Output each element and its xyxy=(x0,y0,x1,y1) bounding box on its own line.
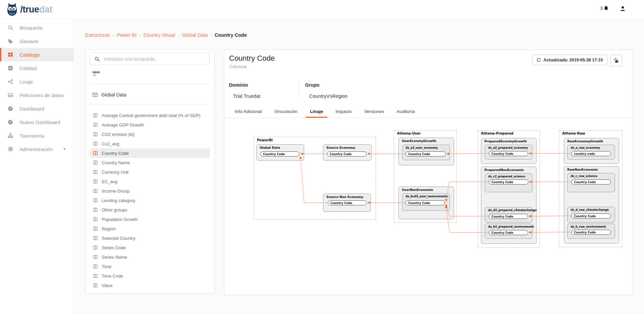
breadcrumb-link[interactable]: Power BI xyxy=(117,32,137,38)
lineage-field-pill[interactable]: Country Code xyxy=(327,151,367,156)
detail-tabs: Info Adicional Vinculación Linaje Impact… xyxy=(224,106,633,118)
explorer-item-selected[interactable]: Country Code xyxy=(90,148,210,158)
structure-explorer-panel: « Inicio Global Data Average Central gov… xyxy=(85,50,215,293)
lineage-field-pill[interactable]: Country Code xyxy=(489,214,528,219)
gear-icon xyxy=(8,146,13,152)
search-input[interactable] xyxy=(103,56,209,62)
lineage-field-pill[interactable]: Country Code xyxy=(406,200,445,205)
column-icon xyxy=(93,226,98,231)
lineage-field-pill[interactable]: Country Code xyxy=(571,230,611,235)
explorer-item[interactable]: Time Code xyxy=(90,271,210,281)
explorer-item[interactable]: CO2 emision (kt) xyxy=(90,130,210,139)
explorer-item[interactable]: Co2_avg xyxy=(90,139,210,148)
breadcrumb-link[interactable]: Global Data xyxy=(182,32,208,38)
explorer-item[interactable]: Currency Unit xyxy=(90,167,210,177)
sidebar-item-taxonomia[interactable]: Taxonomía xyxy=(0,129,73,142)
lineage-field-pill[interactable]: Country Code xyxy=(489,151,528,156)
sidebar-item-administracion[interactable]: Administración▼ xyxy=(0,142,73,156)
back-to-inicio[interactable]: « Inicio xyxy=(86,69,214,80)
owl-logo-icon xyxy=(5,3,19,16)
share-icon xyxy=(8,79,13,84)
lineage-field-pill[interactable]: Country Code xyxy=(571,213,611,219)
gauge-icon xyxy=(8,119,13,125)
search-icon xyxy=(8,25,13,30)
sidebar-item-nuevo-dashboard[interactable]: Nuevo Dashboard xyxy=(0,115,73,129)
lineage-field-pill[interactable]: Country Code xyxy=(571,179,611,184)
refresh-updated-button[interactable]: Actualizada: 2019-05-28 17:10 xyxy=(532,55,607,65)
notifications-button[interactable]: 3 xyxy=(600,5,609,11)
app-page: /truedat 3 Búsqueda Glosario Catálogo Ca… xyxy=(0,0,644,314)
explorer-item[interactable]: Other groups xyxy=(90,205,210,215)
column-icon xyxy=(93,236,98,240)
logo-text: /truedat xyxy=(20,4,52,15)
truedat-logo[interactable]: /truedat xyxy=(5,3,52,16)
lineage-field-pill[interactable]: Country Code xyxy=(489,230,528,235)
tab-vinculacion[interactable]: Vinculación xyxy=(270,106,302,118)
explorer-item[interactable]: Average Central government debt total (%… xyxy=(90,111,210,120)
explorer-search xyxy=(90,53,210,65)
breadcrumb-separator: › xyxy=(211,33,212,38)
column-icon xyxy=(93,245,98,250)
sidebar-item-glosario[interactable]: Glosario xyxy=(0,34,73,48)
column-list: Average Central government debt total (%… xyxy=(86,111,214,290)
explorer-item[interactable]: Region xyxy=(90,224,210,233)
explorer-item[interactable]: Country Name xyxy=(90,158,210,167)
divider xyxy=(298,82,299,99)
lineage-field-pill[interactable]: country code xyxy=(571,151,611,156)
page-title: Country Code xyxy=(229,54,275,63)
column-icon xyxy=(93,264,98,269)
tab-info-adicional[interactable]: Info Adicional xyxy=(230,106,266,118)
user-menu-icon[interactable] xyxy=(620,5,626,11)
column-icon xyxy=(93,170,98,174)
archive-icon xyxy=(8,92,13,98)
chevron-down-icon: ▼ xyxy=(63,147,66,151)
sidebar-item-calidad[interactable]: Calidad xyxy=(0,61,73,75)
explorer-item[interactable]: Series Code xyxy=(90,243,210,252)
sidebar-item-dashboard[interactable]: Dashboard xyxy=(0,102,73,115)
sidebar-item-catalogo[interactable]: Catálogo xyxy=(0,48,73,61)
group-value: CountryVsRegion xyxy=(309,93,348,99)
lock-button[interactable] xyxy=(610,55,622,66)
lineage-field-pill[interactable]: Country Code xyxy=(489,179,528,184)
divider xyxy=(90,84,210,84)
divider xyxy=(90,104,210,105)
column-icon xyxy=(93,274,98,278)
explorer-item[interactable]: Selected Country xyxy=(90,233,210,243)
explorer-item[interactable]: EC_avg xyxy=(90,177,210,186)
explorer-item[interactable]: Series Name xyxy=(90,252,210,262)
domain-value: Trial Truedat xyxy=(233,93,298,99)
bell-icon xyxy=(603,5,609,11)
breadcrumb-separator: › xyxy=(139,33,141,38)
sidebar-item-linaje[interactable]: Linaje xyxy=(0,75,73,88)
explorer-item[interactable]: Value xyxy=(90,281,210,290)
column-icon xyxy=(93,217,98,222)
gauge-icon xyxy=(8,106,13,111)
explorer-parent-item[interactable]: Global Data xyxy=(86,90,214,100)
lineage-field-pill[interactable]: Country Code xyxy=(260,151,299,156)
sidebar-item-peticiones[interactable]: Peticiones de datos xyxy=(0,88,73,102)
breadcrumb-link[interactable]: Estructuras xyxy=(85,32,110,38)
explorer-item[interactable]: Lending category xyxy=(90,196,210,205)
tags-icon xyxy=(8,38,13,44)
column-icon xyxy=(93,160,98,165)
column-icon xyxy=(93,122,98,127)
breadcrumb-separator: › xyxy=(178,33,179,38)
refresh-icon xyxy=(537,58,541,62)
tab-versiones[interactable]: Versiones xyxy=(360,106,388,118)
explorer-item[interactable]: Population Growth xyxy=(90,215,210,224)
column-icon xyxy=(93,151,98,155)
unlock-icon xyxy=(614,58,619,63)
explorer-item[interactable]: Average GDP Growth xyxy=(90,120,210,130)
lineage-field-pill[interactable]: Country Code xyxy=(406,151,446,156)
table-icon xyxy=(92,92,98,97)
tab-impacto[interactable]: Impacto xyxy=(331,106,356,118)
explorer-item[interactable]: Income Group xyxy=(90,186,210,196)
tab-linaje[interactable]: Linaje xyxy=(305,106,327,118)
explorer-item[interactable]: Time xyxy=(90,262,210,271)
tab-auditoria[interactable]: Auditoría xyxy=(392,106,419,118)
sidebar-item-busqueda[interactable]: Búsqueda xyxy=(0,21,73,34)
lineage-field-pill[interactable]: Country Code xyxy=(328,200,367,205)
notification-count: 3 xyxy=(600,6,603,11)
column-icon xyxy=(93,283,98,288)
breadcrumb-link[interactable]: Country Visual xyxy=(143,32,175,38)
